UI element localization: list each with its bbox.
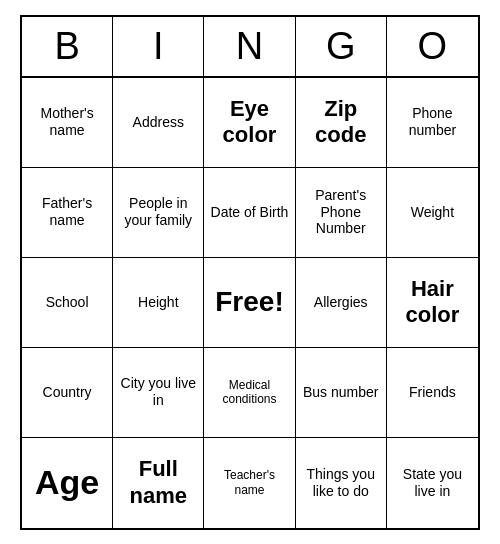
bingo-cell: Friends xyxy=(387,348,478,438)
bingo-cell: Height xyxy=(113,258,204,348)
bingo-cell: State you live in xyxy=(387,438,478,528)
header-letter: G xyxy=(296,17,387,76)
header-letter: B xyxy=(22,17,113,76)
bingo-cell: Hair color xyxy=(387,258,478,348)
bingo-cell: Allergies xyxy=(296,258,387,348)
bingo-cell: Mother's name xyxy=(22,78,113,168)
bingo-cell: Bus number xyxy=(296,348,387,438)
bingo-cell: Father's name xyxy=(22,168,113,258)
bingo-cell: School xyxy=(22,258,113,348)
header-letter: N xyxy=(204,17,295,76)
bingo-cell: Parent's Phone Number xyxy=(296,168,387,258)
bingo-cell: Weight xyxy=(387,168,478,258)
bingo-cell: City you live in xyxy=(113,348,204,438)
header-letter: O xyxy=(387,17,478,76)
header-letter: I xyxy=(113,17,204,76)
bingo-cell: Medical conditions xyxy=(204,348,295,438)
bingo-cell: Country xyxy=(22,348,113,438)
bingo-cell: Date of Birth xyxy=(204,168,295,258)
bingo-cell: Full name xyxy=(113,438,204,528)
bingo-card: BINGO Mother's nameAddressEye colorZip c… xyxy=(20,15,480,530)
bingo-cell: Free! xyxy=(204,258,295,348)
bingo-header: BINGO xyxy=(22,17,478,78)
bingo-cell: Phone number xyxy=(387,78,478,168)
bingo-cell: Address xyxy=(113,78,204,168)
bingo-cell: Things you like to do xyxy=(296,438,387,528)
bingo-cell: Zip code xyxy=(296,78,387,168)
bingo-cell: Age xyxy=(22,438,113,528)
bingo-cell: Eye color xyxy=(204,78,295,168)
bingo-cell: Teacher's name xyxy=(204,438,295,528)
bingo-cell: People in your family xyxy=(113,168,204,258)
bingo-grid: Mother's nameAddressEye colorZip codePho… xyxy=(22,78,478,528)
